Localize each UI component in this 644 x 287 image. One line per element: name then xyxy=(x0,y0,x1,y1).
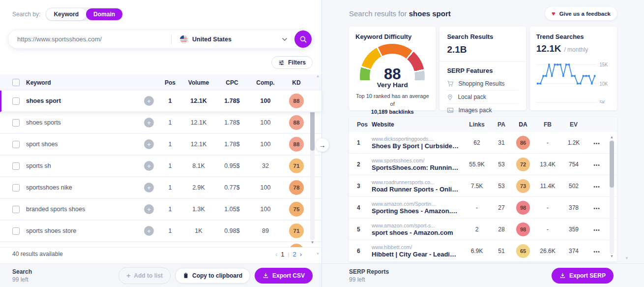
serp-feature-shopping: Shopping Results xyxy=(447,77,518,91)
trend-searches-card: Trend Searches 12.1K / monthly 15K10K5K xyxy=(530,27,617,110)
table-row[interactable]: sport shoes 1 12.1K 1.78$ 100 88 xyxy=(0,134,322,156)
pos-cell: 1 xyxy=(159,119,181,126)
filters-button[interactable]: Filters xyxy=(271,56,313,69)
page-2[interactable]: 2 xyxy=(293,251,296,258)
scroll-down-icon[interactable] xyxy=(625,256,629,261)
add-keyword-button[interactable] xyxy=(144,204,154,214)
note-line1: Top 10 ranked has an average of xyxy=(356,93,429,107)
collapse-panel-button[interactable] xyxy=(316,138,329,152)
page-1[interactable]: 1 xyxy=(281,251,284,258)
fb-cell: 11.4K xyxy=(534,183,561,190)
row-checkbox[interactable] xyxy=(12,119,20,127)
keyword-cell: shoes sports xyxy=(26,119,139,126)
row-menu-icon[interactable] xyxy=(593,206,600,211)
table-row[interactable]: sportsshoes nike 1 2.9K 0.77$ 100 78 xyxy=(0,177,322,199)
ev-cell: 754 xyxy=(561,161,586,168)
row-menu-icon[interactable] xyxy=(593,141,600,146)
table-row[interactable]: branded sports shoes 1 1.3K 1.05$ 100 75 xyxy=(0,199,322,221)
difficulty-level: Very Hard xyxy=(355,81,429,89)
table-row[interactable]: sports sh 1 8.1K 0.95$ 32 71 xyxy=(0,156,322,177)
add-to-list-button[interactable]: Add to list xyxy=(118,267,171,284)
scroll-down-icon[interactable] xyxy=(316,252,320,256)
url-input[interactable] xyxy=(8,35,171,43)
filters-row: Filters xyxy=(0,56,313,69)
export-serp-button[interactable]: Export SERP xyxy=(552,268,614,284)
row-checkbox[interactable] xyxy=(12,184,20,191)
scroll-down-icon[interactable] xyxy=(610,254,614,259)
scroll-thumb[interactable] xyxy=(610,141,614,188)
header-volume: Volume xyxy=(181,79,216,86)
volume-cell: 1.3K xyxy=(181,206,216,213)
row-checkbox[interactable] xyxy=(12,141,20,148)
page-prev-icon[interactable] xyxy=(275,251,277,258)
serp-row[interactable]: 3 www.roadrunnersports.co... Road Runner… xyxy=(349,175,617,197)
search-button[interactable] xyxy=(294,31,312,48)
cpc-cell: 0.95$ xyxy=(216,162,248,169)
keyword-table-header: Keyword Pos Volume CPC Comp. KD xyxy=(0,74,322,91)
country-select[interactable]: United States xyxy=(172,35,294,43)
pos-cell: 3 xyxy=(357,183,372,190)
serp-row[interactable]: 2 www.sportsshoes.com/ SportsShoes.com: … xyxy=(349,154,617,175)
serp-row[interactable]: 4 www.amazon.com/Sportin... Sporting Sho… xyxy=(349,197,617,219)
chevron-down-icon xyxy=(282,37,288,41)
result-url[interactable]: www.roadrunnersports.co... xyxy=(372,179,460,185)
row-menu-icon[interactable] xyxy=(593,227,600,233)
export-csv-button[interactable]: Export CSV xyxy=(255,268,313,284)
result-title[interactable]: Shoes By Sport | Curbside Pickup Avai... xyxy=(372,142,460,150)
header-ev: EV xyxy=(561,121,586,128)
trend-value: 12.1K xyxy=(536,43,561,54)
result-url[interactable]: www.amazon.com/Sportin... xyxy=(372,201,460,207)
add-keyword-button[interactable] xyxy=(144,226,154,236)
credits-left: 99 left xyxy=(12,276,32,283)
row-menu-icon[interactable] xyxy=(593,249,600,255)
row-menu-icon[interactable] xyxy=(593,184,600,190)
table-row[interactable]: sports shoes store 1 1K 0.98$ 89 71 xyxy=(0,221,322,242)
links-cell: 62 xyxy=(463,139,491,146)
scroll-up-icon[interactable] xyxy=(316,74,320,79)
scroll-down-icon[interactable] xyxy=(311,240,315,245)
page-next-icon[interactable] xyxy=(300,251,302,258)
row-checkbox[interactable] xyxy=(12,162,20,170)
result-title[interactable]: sport shoes - Amazon.com xyxy=(372,229,460,236)
toggle-domain[interactable]: Domain xyxy=(86,8,122,20)
table-scrollbar[interactable] xyxy=(310,90,315,245)
serp-row[interactable]: 1 www.dickssportinggoods.... Shoes By Sp… xyxy=(349,132,617,154)
add-keyword-button[interactable] xyxy=(144,96,154,106)
serp-table-header: Pos Website Links PA DA FB EV xyxy=(349,117,617,132)
result-title[interactable]: Hibbett | City Gear - Leading Athletic-I… xyxy=(372,251,460,258)
row-checkbox[interactable] xyxy=(12,206,20,213)
keyword-cell: sport shoes xyxy=(26,141,139,148)
result-title[interactable]: SportsShoes.com: Running Shoes, Clo... xyxy=(372,164,460,171)
serp-row[interactable]: 6 www.hibbett.com/ Hibbett | City Gear -… xyxy=(349,240,617,262)
result-title[interactable]: Road Runner Sports - Online Running ... xyxy=(372,186,460,193)
copy-to-clipboard-button[interactable]: Copy to clipboard xyxy=(175,268,250,284)
cpc-cell: 1.78$ xyxy=(216,97,248,104)
serp-table-scrollbar[interactable] xyxy=(610,135,614,259)
result-url[interactable]: www.hibbett.com/ xyxy=(372,244,460,250)
add-keyword-button[interactable] xyxy=(144,183,154,192)
result-url[interactable]: www.amazon.com/sport-s... xyxy=(372,223,460,228)
links-cell: 2 xyxy=(463,226,491,233)
add-keyword-button[interactable] xyxy=(144,161,154,171)
scroll-up-icon[interactable] xyxy=(610,135,614,140)
add-keyword-button[interactable] xyxy=(144,139,154,149)
toggle-keyword[interactable]: Keyword xyxy=(46,8,86,20)
result-url[interactable]: www.dickssportinggoods.... xyxy=(372,136,460,142)
header-fb: FB xyxy=(534,121,561,128)
table-row[interactable]: shoes sports 1 12.1K 1.78$ 100 88 xyxy=(0,112,322,134)
row-checkbox[interactable] xyxy=(12,97,20,105)
select-all-checkbox[interactable] xyxy=(12,79,20,86)
row-menu-icon[interactable] xyxy=(593,162,600,168)
summary-cards: Keyword Difficulty 88 Very Hard Top 10 r… xyxy=(349,27,617,110)
table-row[interactable]: shoes sport 1 12.1K 1.78$ 100 88 xyxy=(0,91,322,112)
feedback-button[interactable]: Give us a feedback xyxy=(545,7,617,20)
result-url[interactable]: www.sportsshoes.com/ xyxy=(372,158,460,163)
add-keyword-button[interactable] xyxy=(144,118,154,128)
kd-badge: 71 xyxy=(289,159,304,173)
volume-cell: 1K xyxy=(181,227,216,234)
result-title[interactable]: Sporting Shoes - Amazon.com xyxy=(372,207,460,215)
volume-cell: 2.9K xyxy=(181,184,216,191)
serp-row[interactable]: 5 www.amazon.com/sport-s... sport shoes … xyxy=(349,219,617,240)
row-checkbox[interactable] xyxy=(12,227,20,235)
serp-feature-images: Images pack xyxy=(447,104,518,117)
